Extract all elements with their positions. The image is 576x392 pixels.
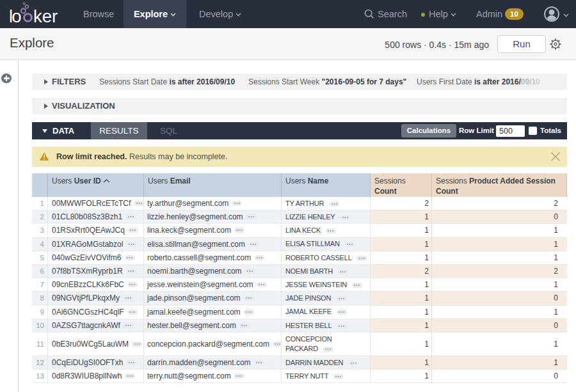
svg-text:o: o bbox=[12, 6, 21, 26]
svg-text:ker: ker bbox=[33, 6, 58, 26]
